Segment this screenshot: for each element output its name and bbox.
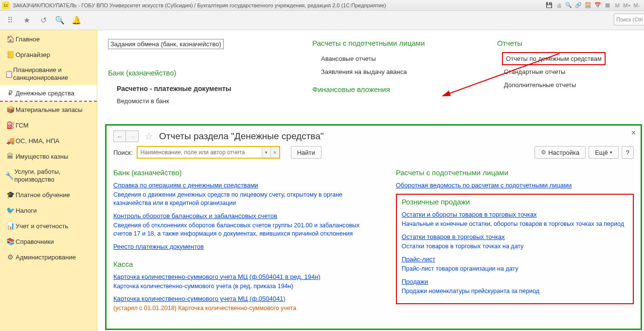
more-button-label: Ещё — [595, 149, 608, 156]
sidebar: 🏠Главное 📒Органайзер 📋Планирование и сан… — [0, 30, 97, 331]
find-icon[interactable]: 🔍 — [54, 14, 66, 27]
sidebar-item-materials[interactable]: 📦Материальные запасы — [0, 102, 97, 117]
advance-request-link[interactable]: Заявления на выдачу аванса — [312, 65, 468, 78]
settings-button[interactable]: ⚙Настройка — [535, 146, 586, 159]
eagle-icon: 🐦 — [5, 206, 16, 214]
gear-icon: ⚙ — [5, 253, 16, 261]
sidebar-item-treasury[interactable]: 🏛Имущество казны — [0, 148, 97, 164]
top-toolbar: ⠿ ★ ↺ 🔍 🔔 Поиск (Ctrl — [0, 11, 644, 30]
help-button[interactable]: ? — [622, 146, 634, 159]
title-bar: 1c ЗАКАЗЧИК/ПОКУПАТЕЛЬ - ГОБУ ВПО Универ… — [0, 0, 644, 11]
payment-docs-head[interactable]: Расчетно - платежные документы — [108, 82, 283, 94]
report-cash-ops[interactable]: Справка по операциям с денежными средств… — [113, 182, 258, 189]
find-button[interactable]: Найти — [291, 146, 322, 159]
sidebar-item-label: ОС, НМА, НПА — [16, 137, 59, 145]
global-search-input[interactable]: Поиск (Ctrl — [614, 14, 644, 25]
dropdown-icon[interactable]: ▾ — [262, 147, 270, 158]
bell-icon[interactable]: 🔔 — [70, 14, 83, 27]
sidebar-item-label: Органайзер — [16, 51, 50, 58]
home-icon: 🏠 — [5, 35, 16, 43]
report-stock-turnover-desc: Начальные и конечные остатки, обороты то… — [402, 220, 628, 228]
search-input-wrap: ▾ × — [137, 146, 280, 159]
bank-section-head: Банк (казначейство) — [108, 69, 283, 77]
calendar-icon[interactable]: 📅 — [594, 2, 601, 9]
report-cash-ops-desc: Сведения о движении денежных средств по … — [113, 191, 376, 207]
search-label: Поиск: — [113, 149, 133, 156]
report-price-list[interactable]: Прайс-лист — [402, 256, 435, 263]
books-icon: 📚 — [5, 238, 16, 245]
standard-reports-link[interactable]: Стандартные отчеты — [497, 65, 624, 78]
clipboard-icon: 📋 — [5, 70, 13, 78]
report-balance-control[interactable]: Контроль оборотов балансовых и забалансо… — [113, 212, 277, 220]
additional-reports-link[interactable]: Дополнительные отчеты — [497, 78, 624, 92]
sidebar-item-taxes[interactable]: 🐦Налоги — [0, 202, 97, 218]
mplus-icon[interactable]: M+ — [624, 2, 630, 9]
window-title: ЗАКАЗЧИК/ПОКУПАТЕЛЬ - ГОБУ ВПО Университ… — [13, 2, 546, 8]
organizer-icon: 📒 — [5, 51, 16, 58]
close-icon[interactable]: × — [631, 129, 636, 137]
grid-icon[interactable]: ▦ — [604, 2, 611, 9]
reports-panel: × ← → ☆ Отчеты раздела "Денежные средств… — [105, 124, 642, 330]
link-icon[interactable]: 🔗 — [575, 2, 582, 9]
ruble-icon: ₽ — [5, 89, 16, 97]
search-input[interactable] — [138, 147, 262, 158]
exchange-tasks-link[interactable]: Задания обмена (банк, казначейство) — [108, 39, 224, 49]
mminus-icon[interactable]: M- — [633, 2, 640, 9]
sidebar-item-label: Материальные запасы — [16, 106, 83, 113]
report-price-list-desc: Прайс-лист товаров организации на дату — [402, 265, 628, 273]
nav-forward-button[interactable]: → — [126, 130, 139, 142]
report-sales[interactable]: Продажи — [402, 278, 428, 285]
sidebar-item-admin[interactable]: ⚙Администрирование — [0, 249, 97, 265]
report-card-0504041[interactable]: Карточка количественно-суммового учета М… — [113, 295, 286, 302]
sidebar-item-money[interactable]: ₽Денежные средства — [0, 85, 97, 102]
report-payment-registry[interactable]: Реестр платежных документов — [113, 243, 204, 250]
advance-reports-link[interactable]: Авансовые отчеты — [312, 52, 468, 65]
m-icon[interactable]: M — [614, 2, 621, 9]
save-icon[interactable]: 💾 — [546, 2, 553, 9]
sidebar-item-organizer[interactable]: 📒Органайзер — [0, 47, 97, 62]
sidebar-item-label: Услуги, работы, производство — [14, 168, 92, 183]
nav-back-button[interactable]: ← — [113, 130, 126, 142]
favorite-icon[interactable]: ★ — [20, 14, 33, 27]
search-icon[interactable]: 🔍 — [565, 2, 572, 9]
report-card-194n[interactable]: Карточка количественно-суммового учета М… — [113, 273, 321, 280]
bank-statements-link[interactable]: Ведомости в банк — [108, 94, 283, 108]
sidebar-item-label: Планирование и санкционирование — [13, 66, 92, 81]
sidebar-item-label: Денежные средства — [16, 90, 74, 97]
retail-reports-head: Розничные продажи — [402, 198, 628, 206]
wrench-icon: 🔧 — [5, 172, 14, 180]
find-button-label: Найти — [297, 149, 315, 156]
sidebar-item-reference[interactable]: 📚Справочники — [0, 234, 97, 249]
building-icon: 🏛 — [5, 152, 16, 160]
report-stock-turnover[interactable]: Остатки и обороты товаров в торговых точ… — [402, 211, 537, 218]
settings-button-label: Настройка — [548, 149, 579, 156]
clear-icon[interactable]: × — [270, 147, 279, 158]
logo-1c: 1c — [2, 1, 10, 9]
sidebar-item-fuel[interactable]: ⛽ГСМ — [0, 117, 97, 133]
more-button[interactable]: Ещё▾ — [589, 146, 619, 159]
chevron-down-icon: ▾ — [610, 150, 612, 155]
fuel-icon: ⛽ — [5, 121, 16, 129]
sidebar-item-education[interactable]: 🎓Платное обучение — [0, 187, 97, 202]
report-balance-control-desc: Сведения об отклонениях оборотов балансо… — [113, 221, 376, 238]
report-stock-balance-desc: Остатки товаров в торговых точках на дат… — [402, 242, 628, 251]
report-sales-desc: Продажи номенклатуры прейскуранта за пер… — [402, 287, 628, 295]
report-stock-balance[interactable]: Остатки товаров в торговых точках — [402, 233, 505, 240]
sidebar-item-main[interactable]: 🏠Главное — [0, 31, 97, 47]
print-icon[interactable]: 🖨 — [555, 2, 562, 9]
accountable-head: Расчеты с подотчетными лицами — [312, 39, 468, 47]
sidebar-item-os[interactable]: 🚚ОС, НМА, НПА — [0, 133, 97, 148]
report-accountable-turnover[interactable]: Оборотная ведомость по расчетам с подотч… — [396, 182, 572, 189]
calc-icon[interactable]: 🧮 — [585, 2, 591, 9]
star-icon[interactable]: ☆ — [144, 130, 153, 142]
accountable-reports-head: Расчеты с подотчетными лицами — [396, 168, 634, 177]
history-icon[interactable]: ↺ — [37, 14, 50, 27]
sidebar-item-accounting[interactable]: 📊Учет и отчетность — [0, 218, 97, 234]
titlebar-tool-icons: 💾 🖨 🔍 🔗 🧮 📅 ▦ M M+ M- — [546, 2, 644, 9]
apps-icon[interactable]: ⠿ — [4, 14, 17, 27]
sidebar-item-planning[interactable]: 📋Планирование и санкционирование — [0, 62, 97, 85]
panel-title: Отчеты раздела "Денежные средства" — [159, 131, 324, 142]
money-reports-link[interactable]: Отчеты по денежным средствам — [506, 55, 602, 62]
upper-section: Задания обмена (банк, казначейство) Банк… — [97, 30, 644, 112]
sidebar-item-services[interactable]: 🔧Услуги, работы, производство — [0, 164, 97, 187]
